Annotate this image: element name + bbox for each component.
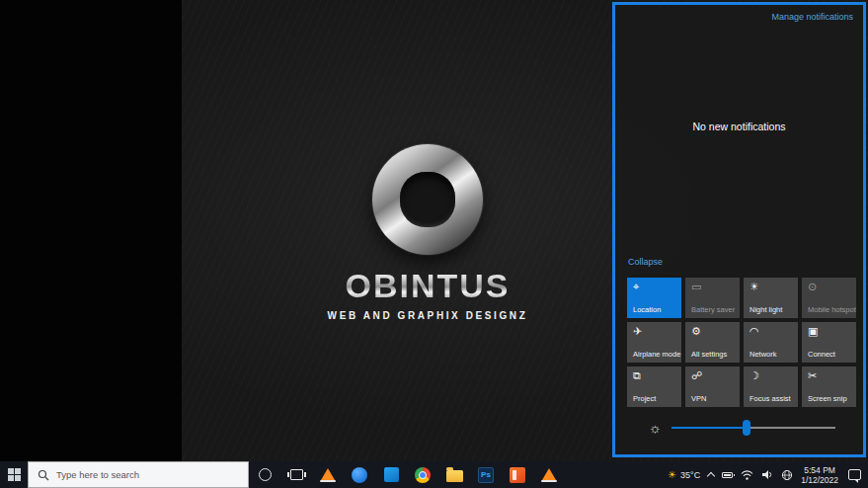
- taskbar-app-vscode[interactable]: [375, 461, 407, 488]
- logo-subtitle: WEB AND GRAPHIX DESIGNZ: [256, 310, 599, 321]
- quick-action-label: Mobile hotspot: [808, 305, 856, 314]
- manage-notifications-link[interactable]: Manage notifications: [771, 12, 853, 22]
- quick-action-battery-saver[interactable]: ▭ Battery saver: [685, 278, 740, 318]
- taskbar: Ps ☀ 35°C 5:54 PM 1/12/2022: [0, 461, 868, 488]
- airplane-mode-icon: ✈: [633, 326, 642, 337]
- wifi-icon[interactable]: [741, 470, 753, 480]
- volume-icon[interactable]: [761, 469, 773, 480]
- brightness-slider-thumb[interactable]: [743, 420, 750, 436]
- quick-action-network[interactable]: ◠ Network: [744, 322, 798, 363]
- system-tray: ☀ 35°C 5:54 PM 1/12/2022: [668, 465, 868, 485]
- battery-saver-icon: ▭: [691, 282, 701, 292]
- quick-action-location[interactable]: ⌖ Location: [627, 278, 681, 318]
- brightness-row: ☼: [615, 417, 863, 439]
- left-black-region: [0, 0, 182, 461]
- taskbar-app-blue[interactable]: [344, 461, 375, 488]
- quick-action-label: Focus assist: [750, 394, 791, 403]
- hidden-icons-chevron[interactable]: [707, 472, 715, 480]
- weather-temperature: 35°C: [680, 470, 700, 480]
- file-explorer-icon: [446, 470, 463, 482]
- vlc-icon: [542, 468, 556, 480]
- obintus-logo-o-hole: [400, 172, 455, 227]
- orange-app-icon: [510, 467, 525, 483]
- chrome-icon: [415, 467, 431, 483]
- quick-action-label: Connect: [808, 350, 835, 359]
- cortana-icon: [259, 468, 272, 481]
- quick-action-connect[interactable]: ▣ Connect: [802, 322, 856, 363]
- quick-action-label: Network: [750, 350, 777, 359]
- brightness-icon: ☼: [649, 418, 662, 438]
- task-view-button[interactable]: [280, 461, 312, 488]
- obintus-logo-o-ring: [372, 144, 483, 255]
- search-icon: [38, 469, 49, 481]
- photoshop-icon: Ps: [478, 467, 494, 483]
- taskbar-app-file-explorer[interactable]: [438, 461, 470, 488]
- screen-snip-icon: ✂: [808, 370, 817, 381]
- clock-date: 1/12/2022: [801, 475, 838, 485]
- quick-action-all-settings[interactable]: ⚙ All settings: [685, 322, 740, 363]
- project-icon: ⧉: [633, 370, 641, 381]
- location-icon: ⌖: [633, 282, 639, 292]
- quick-action-label: Project: [633, 394, 656, 403]
- night-light-icon: ☀: [750, 282, 759, 292]
- taskbar-app-vlc-2[interactable]: [533, 461, 565, 488]
- connect-icon: ▣: [808, 326, 818, 337]
- clock-time: 5:54 PM: [801, 465, 838, 475]
- globe-icon[interactable]: [781, 469, 793, 481]
- vscode-icon: [384, 467, 399, 482]
- action-center-panel: Manage notifications No new notification…: [612, 2, 866, 457]
- mobile-hotspot-icon: ⊙: [808, 282, 817, 292]
- no-notifications-message: No new notifications: [615, 121, 863, 132]
- clock[interactable]: 5:54 PM 1/12/2022: [801, 465, 838, 485]
- brightness-slider[interactable]: [671, 427, 835, 429]
- collapse-link[interactable]: Collapse: [628, 257, 663, 267]
- weather-widget[interactable]: ☀ 35°C: [668, 470, 700, 480]
- quick-action-label: Battery saver: [691, 305, 735, 314]
- quick-action-night-light[interactable]: ☀ Night light: [744, 278, 798, 318]
- weather-sun-icon: ☀: [668, 470, 676, 480]
- taskbar-app-photoshop[interactable]: Ps: [470, 461, 502, 488]
- windows-start-icon: [8, 468, 21, 481]
- quick-action-label: Screen snip: [808, 394, 847, 403]
- quick-actions-grid: ⌖ Location ▭ Battery saver ☀ Night light…: [627, 278, 856, 407]
- network-icon: ◠: [750, 326, 759, 337]
- quick-action-label: Night light: [750, 305, 782, 314]
- start-button[interactable]: [0, 461, 28, 488]
- search-input[interactable]: [56, 469, 224, 480]
- taskbar-app-chrome[interactable]: [407, 461, 438, 488]
- logo-title: OBINTUS: [256, 267, 599, 305]
- quick-action-label: Location: [633, 305, 661, 314]
- taskbar-app-orange[interactable]: [502, 461, 533, 488]
- quick-action-vpn[interactable]: ☍ VPN: [685, 366, 740, 407]
- quick-action-mobile-hotspot[interactable]: ⊙ Mobile hotspot: [802, 278, 856, 318]
- brightness-slider-fill: [671, 427, 747, 429]
- taskbar-search[interactable]: [28, 461, 249, 488]
- focus-assist-icon: ☽: [750, 370, 759, 381]
- quick-action-label: VPN: [691, 394, 706, 403]
- all-settings-icon: ⚙: [691, 326, 701, 337]
- battery-icon[interactable]: [722, 472, 733, 478]
- cortana-button[interactable]: [249, 461, 280, 488]
- obintus-logo: OBINTUS WEB AND GRAPHIX DESIGNZ: [256, 144, 599, 321]
- vpn-icon: ☍: [691, 370, 702, 381]
- task-view-icon: [290, 469, 303, 480]
- quick-action-project[interactable]: ⧉ Project: [627, 366, 681, 407]
- quick-action-label: All settings: [691, 350, 727, 359]
- taskbar-app-vlc[interactable]: [312, 461, 344, 488]
- vlc-icon: [321, 468, 335, 480]
- blue-app-icon: [352, 467, 367, 483]
- quick-action-focus-assist[interactable]: ☽ Focus assist: [744, 366, 798, 407]
- action-center-icon[interactable]: [848, 469, 861, 480]
- quick-action-airplane-mode[interactable]: ✈ Airplane mode: [627, 322, 681, 363]
- quick-action-label: Airplane mode: [633, 350, 680, 359]
- quick-action-screen-snip[interactable]: ✂ Screen snip: [802, 366, 856, 407]
